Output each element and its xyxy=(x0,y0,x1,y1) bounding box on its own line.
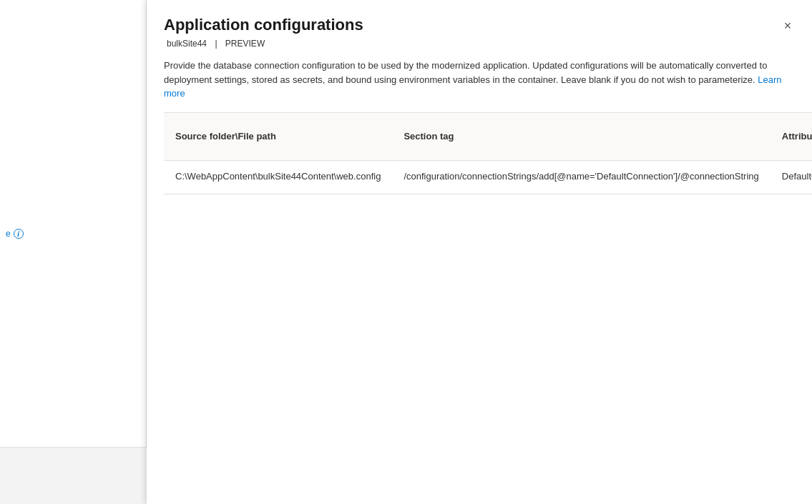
description-text: Provide the database connection configur… xyxy=(164,60,767,85)
sidebar-bottom xyxy=(0,447,147,504)
sidebar-label: e i xyxy=(6,229,24,239)
th-source-folder: Source folder\File path xyxy=(164,112,392,161)
sidebar: e i xyxy=(0,0,147,504)
th-attribute-name: Attribute name xyxy=(771,112,812,161)
panel-header: Application configurations bulkSite44 | … xyxy=(147,0,812,49)
preview-badge: PREVIEW xyxy=(225,39,265,49)
info-icon[interactable]: i xyxy=(14,229,24,239)
subtitle-separator: | xyxy=(215,39,217,49)
cell-attribute-name: DefaultConnection xyxy=(771,161,812,194)
th-section-tag: Section tag xyxy=(392,112,770,161)
app-name: bulkSite44 xyxy=(167,39,207,49)
close-button[interactable]: × xyxy=(778,16,798,36)
table-container: Source folder\File path Section tag Attr… xyxy=(147,112,812,194)
panel-subtitle: bulkSite44 | PREVIEW xyxy=(164,39,795,49)
panel-title: Application configurations xyxy=(164,16,795,34)
cell-source-folder: C:\WebAppContent\bulkSite44Content\web.c… xyxy=(164,161,392,194)
table-row: C:\WebAppContent\bulkSite44Content\web.c… xyxy=(164,161,812,194)
cell-section-tag: /configuration/connectionStrings/add[@na… xyxy=(392,161,770,194)
description-block: Provide the database connection configur… xyxy=(147,59,812,112)
sidebar-item-label: e xyxy=(6,229,11,239)
panel: Application configurations bulkSite44 | … xyxy=(147,0,812,504)
config-table: Source folder\File path Section tag Attr… xyxy=(164,112,812,194)
